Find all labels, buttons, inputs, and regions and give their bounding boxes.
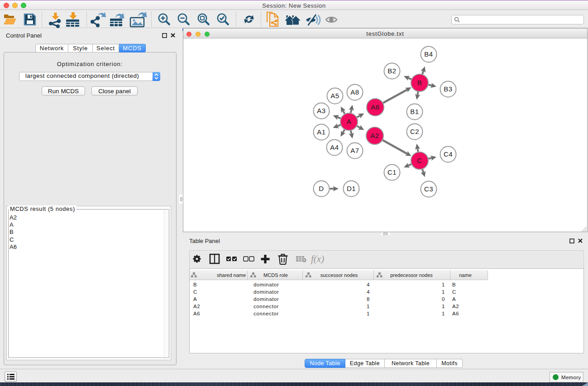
svg-text:A2: A2: [452, 304, 459, 309]
svg-text:A: A: [193, 296, 197, 302]
svg-text:1: 1: [367, 304, 370, 309]
svg-text:4: 4: [367, 282, 370, 287]
svg-text:1: 1: [442, 282, 445, 287]
svg-text:B4: B4: [424, 50, 433, 58]
svg-text:B3: B3: [444, 85, 452, 93]
svg-text:connector: connector: [253, 304, 279, 309]
svg-text:B1: B1: [410, 108, 419, 115]
svg-text:C: C: [452, 289, 456, 295]
svg-text:dominator: dominator: [253, 282, 279, 287]
svg-text:A5: A5: [330, 92, 339, 100]
svg-text:8: 8: [367, 296, 370, 302]
svg-text:A3: A3: [317, 107, 325, 114]
svg-text:A7: A7: [350, 147, 359, 154]
svg-text:C: C: [193, 289, 197, 295]
svg-text:successor nodes: successor nodes: [320, 272, 358, 278]
svg-text:A4: A4: [330, 143, 339, 151]
svg-text:D1: D1: [347, 185, 356, 192]
svg-text:shared name: shared name: [217, 272, 246, 278]
svg-text:dominator: dominator: [253, 289, 279, 295]
svg-text:A1: A1: [317, 128, 325, 136]
svg-text:4: 4: [367, 289, 370, 295]
svg-text:1: 1: [442, 289, 445, 295]
svg-text:C: C: [417, 157, 422, 164]
svg-text:1: 1: [442, 311, 445, 316]
svg-text:A6: A6: [371, 103, 379, 111]
svg-text:dominator: dominator: [253, 296, 279, 302]
svg-text:B2: B2: [387, 67, 396, 75]
svg-text:A8: A8: [350, 88, 359, 96]
svg-text:B: B: [193, 282, 197, 287]
svg-text:A2: A2: [370, 132, 379, 139]
svg-text:connector: connector: [253, 311, 279, 316]
svg-text:B: B: [417, 79, 422, 86]
svg-text:C1: C1: [387, 168, 397, 176]
svg-text:D: D: [319, 185, 324, 192]
svg-text:1: 1: [442, 304, 445, 309]
svg-text:1: 1: [367, 311, 370, 316]
svg-text:predecessor nodes: predecessor nodes: [390, 272, 433, 278]
svg-text:A6: A6: [452, 311, 459, 316]
svg-text:MCDS role: MCDS role: [263, 272, 288, 278]
svg-text:name: name: [459, 272, 472, 278]
svg-text:A6: A6: [193, 311, 200, 316]
svg-text:A: A: [347, 118, 352, 125]
svg-text:0: 0: [442, 296, 445, 302]
svg-text:C3: C3: [424, 185, 433, 193]
svg-text:C4: C4: [444, 150, 453, 158]
svg-text:A2: A2: [193, 304, 200, 309]
svg-text:f(x): f(x): [311, 253, 324, 264]
svg-text:A: A: [452, 296, 456, 302]
svg-text:B: B: [452, 282, 456, 287]
svg-text:C2: C2: [410, 128, 419, 135]
